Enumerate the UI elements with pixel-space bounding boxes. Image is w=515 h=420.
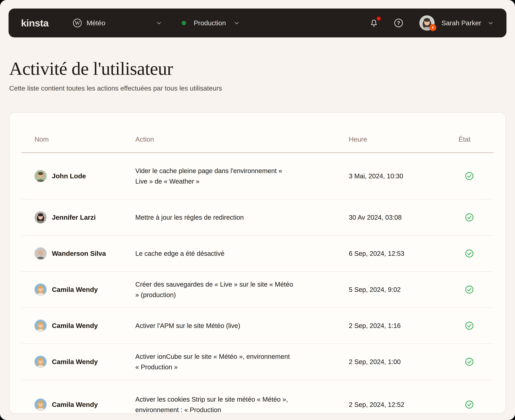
- action-description: Vider le cache pleine page dans l'enviro…: [135, 165, 295, 187]
- user-cell: Camila Wendy: [21, 283, 135, 296]
- svg-text:W: W: [75, 20, 80, 26]
- user-name: Camila Wendy: [52, 358, 98, 366]
- action-cell: Créer des sauvegardes de « Live » sur le…: [135, 279, 349, 300]
- help-button[interactable]: ?: [393, 18, 404, 28]
- timestamp: 30 Av 2024, 03:08: [349, 214, 459, 221]
- action-description: Créer des sauvegardes de « Live » sur le…: [135, 279, 295, 300]
- notifications-button[interactable]: [369, 18, 379, 28]
- svg-text:?: ?: [397, 20, 400, 26]
- action-cell: Mettre à jour les règles de redirection: [135, 212, 349, 223]
- success-check-icon: [465, 172, 493, 180]
- action-cell: Activer ionCube sur le site « Météo », e…: [135, 351, 349, 372]
- user-cell: Camila Wendy: [21, 319, 135, 332]
- user-name: Camila Wendy: [52, 401, 98, 409]
- action-cell: Activer les cookies Strip sur le site mé…: [135, 394, 349, 414]
- table-row: Wanderson Silva Le cache edge a été désa…: [21, 236, 493, 272]
- success-check-icon: [465, 249, 493, 258]
- main-content: Activité de l'utilisateur Cette liste co…: [0, 0, 515, 414]
- table-header-row: Nom Action Heure État: [21, 112, 493, 153]
- status-cell: [459, 400, 493, 409]
- user-avatar: [34, 398, 47, 411]
- chevron-down-icon: [487, 20, 494, 26]
- timestamp: 2 Sep, 2024, 1:00: [349, 358, 459, 366]
- column-header-etat: État: [459, 135, 493, 143]
- chevron-down-icon: [156, 20, 162, 26]
- user-cell: John Lode: [21, 170, 135, 182]
- environment-label: Production: [194, 19, 226, 27]
- user-name: Camila Wendy: [52, 286, 98, 293]
- user-avatar: [34, 355, 47, 368]
- user-menu[interactable]: Sarah Parker: [419, 15, 494, 30]
- status-cell: [459, 172, 493, 180]
- user-avatar: [419, 15, 435, 30]
- user-avatar: [34, 211, 47, 224]
- success-check-icon: [465, 358, 493, 366]
- user-cell: Jennifer Larzi: [21, 211, 135, 224]
- success-check-icon: [465, 400, 493, 409]
- timestamp: 6 Sep, 2024, 12:53: [349, 250, 459, 257]
- environment-status-dot: [182, 21, 186, 25]
- user-avatar: [34, 319, 47, 332]
- user-name: Wanderson Silva: [52, 250, 106, 257]
- table-row: Camila Wendy Activer l'APM sur le site M…: [21, 308, 493, 344]
- table-row: John Lode Vider le cache pleine page dan…: [21, 153, 493, 200]
- user-cell: Camila Wendy: [21, 355, 135, 368]
- status-cell: [459, 358, 493, 366]
- status-cell: [459, 321, 493, 330]
- status-cell: [459, 213, 493, 222]
- status-cell: [459, 285, 493, 294]
- timestamp: 2 Sep, 2024, 1:16: [349, 322, 459, 330]
- table-row: Jennifer Larzi Mettre à jour les règles …: [21, 200, 493, 236]
- user-avatar: [34, 247, 47, 260]
- action-cell: Activer l'APM sur le site Météo (live): [135, 320, 349, 331]
- user-name-label: Sarah Parker: [441, 19, 481, 27]
- page-title: Activité de l'utilisateur: [9, 58, 506, 79]
- table-row: Camila Wendy Activer ionCube sur le site…: [21, 344, 493, 380]
- column-header-heure: Heure: [349, 135, 459, 143]
- action-description: Le cache edge a été désactivé: [135, 248, 295, 259]
- success-check-icon: [465, 213, 493, 222]
- kinsta-logo[interactable]: kinsta: [21, 17, 48, 29]
- user-avatar: [34, 283, 47, 296]
- action-description: Activer ionCube sur le site « Météo », e…: [135, 351, 295, 372]
- success-check-icon: [465, 285, 493, 294]
- user-name: Jennifer Larzi: [52, 214, 96, 221]
- app-window: kinsta W Météo Production: [0, 0, 515, 420]
- site-selector-label: Météo: [86, 19, 105, 27]
- action-description: Mettre à jour les règles de redirection: [135, 212, 295, 223]
- column-header-nom: Nom: [21, 135, 135, 143]
- column-header-action: Action: [135, 135, 349, 143]
- environment-selector-dropdown[interactable]: Production: [182, 19, 240, 27]
- table-row: Camila Wendy Activer les cookies Strip s…: [21, 380, 493, 414]
- page-subtitle: Cette liste contient toutes les actions …: [9, 84, 506, 92]
- timestamp: 5 Sep, 2024, 9:02: [349, 286, 459, 293]
- action-description: Activer les cookies Strip sur le site mé…: [135, 394, 295, 414]
- action-cell: Vider le cache pleine page dans l'enviro…: [135, 165, 349, 187]
- unread-notification-dot: [377, 16, 381, 21]
- timestamp: 3 Mai, 2024, 10:30: [349, 172, 459, 180]
- question-mark-icon: ?: [393, 18, 404, 28]
- table-row: Camila Wendy Créer des sauvegardes de « …: [21, 272, 493, 308]
- action-cell: Le cache edge a été désactivé: [135, 248, 349, 259]
- lightning-bolt-badge: [430, 24, 436, 31]
- wordpress-icon: W: [73, 18, 82, 28]
- user-cell: Camila Wendy: [21, 398, 135, 411]
- timestamp: 2 Sep, 2024, 12:52: [349, 401, 459, 408]
- user-name: John Lode: [52, 172, 86, 180]
- user-name: Camila Wendy: [52, 322, 98, 330]
- table-body: John Lode Vider le cache pleine page dan…: [21, 153, 493, 414]
- success-check-icon: [465, 321, 493, 330]
- action-description: Activer l'APM sur le site Météo (live): [135, 320, 295, 331]
- user-cell: Wanderson Silva: [21, 247, 135, 260]
- user-avatar: [34, 170, 47, 182]
- status-cell: [459, 249, 493, 258]
- top-navigation-bar: kinsta W Météo Production: [8, 8, 507, 38]
- activity-table-card: Nom Action Heure État: [9, 112, 506, 414]
- site-selector-dropdown[interactable]: W Météo: [73, 18, 162, 28]
- chevron-down-icon: [233, 20, 240, 26]
